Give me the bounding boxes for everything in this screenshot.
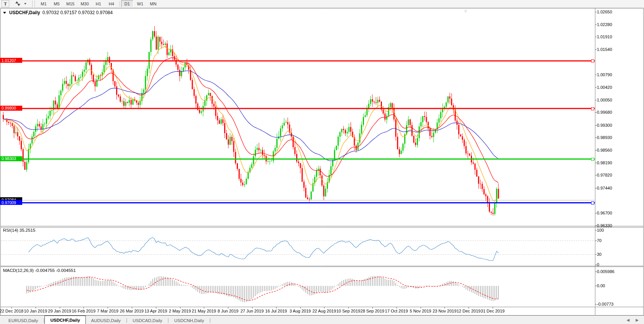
- date-tick-label: 23 Nov 2019: [433, 309, 456, 313]
- timeframe-button-d1[interactable]: D1: [121, 0, 133, 7]
- macd-tick-label: 0.005986: [597, 269, 615, 274]
- date-tick-label: 3 Aug 2019: [290, 309, 311, 313]
- level-price-tag: 0.98303: [0, 156, 22, 161]
- price-tick-label: 0.97820: [597, 173, 612, 177]
- price-tick-label: 1.00050: [597, 98, 612, 102]
- macd-label: MACD(12,26,9) -0.004755 -0.004551: [3, 268, 76, 273]
- tab-scroll-right-icon[interactable]: ▶: [636, 318, 639, 322]
- rsi-label: RSI(14) 35.2515: [3, 228, 35, 232]
- rsi-tick-label: 100: [597, 228, 604, 232]
- date-tick-label: 2 May 2019: [169, 309, 191, 313]
- shift-marker-icon[interactable]: ▽: [464, 9, 467, 13]
- price-tick-label: 0.96700: [597, 211, 612, 215]
- chart-canvas[interactable]: [0, 0, 644, 324]
- price-tick-label: 0.98190: [597, 160, 612, 165]
- timeframe-button-mn[interactable]: MN: [147, 0, 159, 7]
- tab-usdcad[interactable]: USDCAD,Daily: [127, 317, 167, 324]
- chart-header: USDCHF,Daily 0.97032 0.97157 0.97032 0.9…: [3, 10, 113, 15]
- level-line-handle[interactable]: [591, 158, 594, 161]
- price-tick-label: 1.01540: [597, 47, 612, 52]
- tab-usdchf[interactable]: USDCHF,Daily: [44, 316, 85, 324]
- chart-symbol-label: USDCHF,Daily: [9, 10, 40, 15]
- rsi-tick-label: 70: [597, 238, 601, 243]
- tab-usdcnh[interactable]: USDCNH,Daily: [169, 317, 210, 324]
- tab-scroll-buttons: ◀ ▶: [627, 318, 639, 322]
- toolbar-divider: [119, 1, 120, 7]
- rsi-tick-label: 30: [597, 252, 601, 257]
- level-line-handle[interactable]: [591, 107, 594, 110]
- date-tick-label: 26 Mar 2019: [120, 309, 144, 313]
- level-line-handle[interactable]: [591, 59, 594, 62]
- toolbar-grip[interactable]: [32, 1, 35, 7]
- timeframe-button-m1[interactable]: M1: [38, 0, 50, 7]
- rsi-tick-label: 0: [597, 262, 599, 267]
- price-tick-label: 0.99680: [597, 110, 612, 115]
- price-tick-label: 0.98560: [597, 148, 612, 152]
- date-tick-label: 8 Jun 2019: [218, 309, 238, 313]
- tab-separator: |: [210, 317, 211, 323]
- symbol-dropdown-icon[interactable]: [3, 12, 6, 14]
- date-tick-label: 22 Aug 2019: [312, 309, 336, 313]
- date-tick-label: 21 May 2019: [192, 309, 216, 313]
- arrows-icon: [15, 1, 21, 7]
- price-tick-label: 1.02280: [597, 22, 612, 27]
- date-tick-label: 31 Dec 2019: [481, 309, 505, 313]
- text-tool-icon: T: [4, 2, 7, 6]
- date-tick-label: 10 Sep 2019: [336, 309, 360, 313]
- timeframe-buttons: M1M5M15M30H1H4D1W1MN: [37, 0, 160, 7]
- price-tick-label: 0.99300: [597, 123, 612, 128]
- level-price-tag: 0.97009: [0, 200, 22, 205]
- macd-tick-label: -0.00773: [597, 302, 613, 306]
- timeframe-button-m15[interactable]: M15: [64, 0, 77, 7]
- price-tick-label: 0.96330: [597, 223, 612, 228]
- price-tick-label: 1.02650: [597, 10, 612, 14]
- arrange-arrows-button[interactable]: [10, 0, 21, 7]
- level-line-handle[interactable]: [591, 201, 594, 205]
- price-tick-label: 0.97440: [597, 186, 612, 190]
- timeframe-button-m30[interactable]: M30: [78, 0, 91, 7]
- date-tick-label: 12 Dec 2019: [457, 309, 480, 313]
- level-price-tag: 1.01207: [0, 58, 22, 63]
- date-tick-label: 10 Jan 2019: [24, 309, 48, 313]
- chart-ohlc-values: 0.97032 0.97157 0.97032 0.97084: [43, 10, 113, 15]
- date-tick-label: 16 Jul 2019: [265, 309, 287, 313]
- date-tick-label: 29 Jan 2019: [48, 309, 71, 313]
- arrows-dropdown-button[interactable]: [22, 0, 29, 7]
- timeframe-button-h4[interactable]: H4: [105, 0, 118, 7]
- chart-tabs: EURUSD,Daily|USDCHF,DailyAUDUSD,Daily|US…: [0, 315, 644, 324]
- text-tool-button[interactable]: T: [2, 0, 9, 7]
- price-tick-label: 1.00790: [597, 72, 612, 77]
- timeframe-button-m5[interactable]: M5: [51, 0, 63, 7]
- date-tick-label: 27 Jun 2019: [241, 309, 264, 313]
- level-price-tag: 0.99800: [0, 106, 22, 111]
- terminal-window: T M1M5M15M30H1H4D1W1MN USDCHF,Daily 0.97…: [0, 0, 644, 324]
- price-tick-label: 1.00420: [597, 85, 612, 90]
- macd-tick-label: 0.00: [597, 283, 605, 288]
- date-tick-label: 13 Apr 2019: [144, 309, 167, 313]
- price-tick-label: 1.01910: [597, 34, 612, 39]
- date-tick-label: 5 Nov 2019: [410, 309, 431, 313]
- date-tick-label: 17 Oct 2019: [385, 309, 408, 313]
- date-tick-label: 22 Dec 2018: [0, 309, 23, 313]
- tab-eurusd[interactable]: EURUSD,Daily: [3, 317, 43, 324]
- date-tick-label: 28 Sep 2019: [361, 309, 384, 313]
- tab-scroll-left-icon[interactable]: ◀: [627, 318, 630, 322]
- date-tick-label: 16 Feb 2019: [72, 309, 96, 313]
- price-tick-label: 0.98930: [597, 135, 612, 140]
- chevron-down-icon: [24, 3, 26, 5]
- timeframe-button-w1[interactable]: W1: [134, 0, 146, 7]
- date-tick-label: 7 Mar 2019: [97, 309, 118, 313]
- toolbar: T M1M5M15M30H1H4D1W1MN: [0, 0, 644, 8]
- timeframe-button-h1[interactable]: H1: [92, 0, 105, 7]
- tab-audusd[interactable]: AUDUSD,Daily: [86, 317, 126, 324]
